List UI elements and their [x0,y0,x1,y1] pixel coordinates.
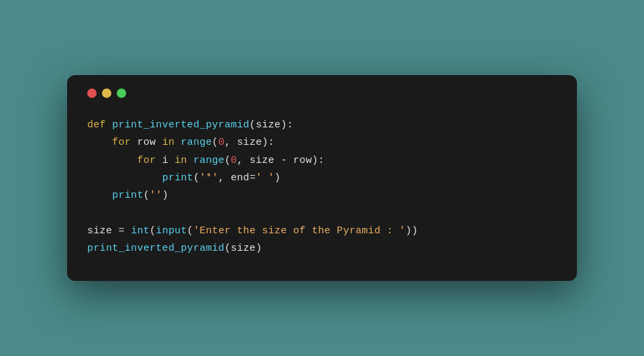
code-window: def print_inverted_pyramid(size): for ro… [67,75,577,281]
func-name: print_inverted_pyramid [112,117,250,134]
code-line-3: for i in range(0, size - row): [87,152,557,170]
code-block: def print_inverted_pyramid(size): for ro… [87,117,557,257]
title-bar [87,88,557,98]
maximize-button[interactable] [117,88,126,98]
code-line-4: print('*', end=' ') [87,170,557,187]
code-line-8: print_inverted_pyramid(size) [87,240,557,257]
code-line-5: print('') [87,187,557,204]
close-button[interactable] [87,88,97,98]
code-line-2: for row in range(0, size): [87,134,557,152]
code-line-1: def print_inverted_pyramid(size): [87,117,557,134]
code-line-7: size = int(input('Enter the size of the … [87,223,557,240]
minimize-button[interactable] [102,88,111,98]
empty-line [87,204,557,222]
keyword-def: def [87,117,112,134]
